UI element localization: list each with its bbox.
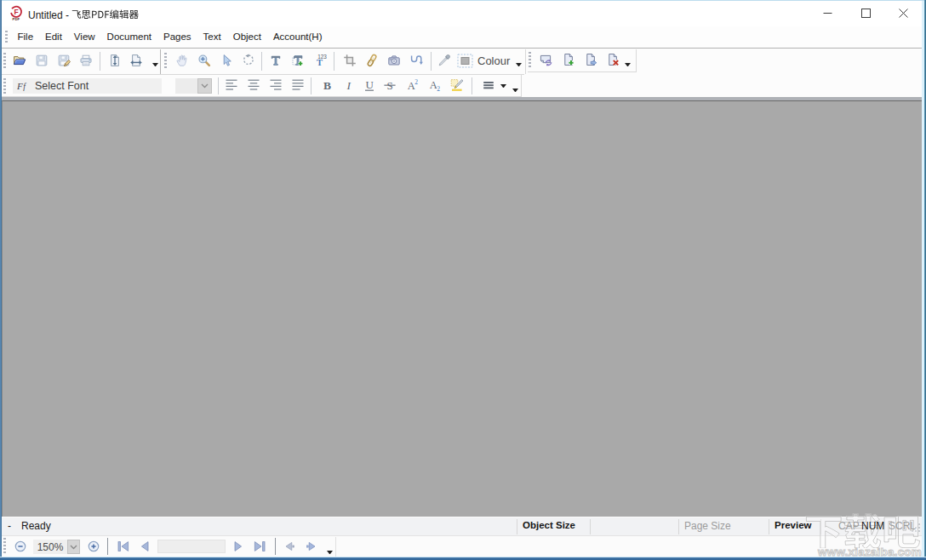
rotate-icon	[242, 54, 255, 67]
bold-button[interactable]: B	[317, 75, 337, 95]
zoom-dropdown-button[interactable]	[67, 540, 80, 554]
add-text-button[interactable]	[266, 50, 286, 71]
status-num-indicator: NUM	[861, 520, 884, 532]
pages-dropdown-button[interactable]	[622, 60, 632, 70]
menu-item-label: Text	[203, 31, 221, 42]
menu-item-text[interactable]: Text	[197, 26, 227, 48]
subscript-button[interactable]: A2	[425, 75, 445, 95]
status-object-size: Object Size	[523, 520, 575, 530]
maximize-button[interactable]	[847, 1, 885, 26]
fit-page-horizontal-icon	[129, 54, 143, 67]
menu-item-file[interactable]: File	[12, 26, 40, 48]
menu-item-label: Document	[107, 31, 151, 42]
snapshot-button[interactable]	[384, 50, 404, 71]
page-fit-dropdown-button[interactable]	[150, 60, 160, 70]
page-number-box[interactable]	[157, 540, 226, 553]
save-button[interactable]	[31, 50, 52, 71]
previous-view-button[interactable]	[283, 540, 296, 552]
zoom-in-button[interactable]	[88, 540, 100, 552]
rotate-tool-button[interactable]	[238, 50, 259, 71]
add-list-text-button[interactable]: 123 T	[310, 50, 330, 71]
last-page-icon	[253, 540, 266, 552]
print-button[interactable]	[76, 50, 96, 71]
combo-chevron-icon	[70, 545, 77, 550]
zoom-tool-button[interactable]	[194, 50, 214, 71]
toolbar-grip-handle[interactable]	[3, 538, 6, 555]
menubar-grip-handle[interactable]	[5, 31, 8, 44]
titlebar[interactable]: F PDF Untitled - 飞思PDF编辑器	[2, 1, 923, 26]
insert-page-button[interactable]	[558, 49, 579, 69]
menu-item-document[interactable]: Document	[101, 26, 157, 48]
colour-button[interactable]: Colour	[457, 50, 518, 71]
format-toolbar-overflow-button[interactable]	[510, 85, 520, 95]
font-size-combo[interactable]	[175, 78, 212, 94]
extract-page-button[interactable]	[580, 49, 601, 69]
previous-page-button[interactable]	[139, 540, 151, 552]
align-right-icon	[269, 77, 283, 93]
underline-button[interactable]: U	[359, 75, 380, 95]
align-justify-icon	[291, 77, 305, 93]
highlight-button[interactable]	[447, 75, 467, 95]
zoom-level-box[interactable]: 150%	[33, 540, 67, 554]
menu-item-view[interactable]: View	[68, 26, 101, 48]
add-text-box-button[interactable]	[288, 50, 308, 71]
select-tool-button[interactable]	[216, 50, 237, 71]
menu-item-object[interactable]: Object	[227, 26, 267, 48]
zoom-out-button[interactable]	[14, 540, 26, 552]
replace-pages-button[interactable]	[535, 49, 556, 69]
next-page-button[interactable]	[232, 540, 244, 552]
svg-text:PDF: PDF	[13, 17, 20, 20]
fit-page-vertical-button[interactable]	[105, 50, 125, 71]
toolbar-grip-handle[interactable]	[3, 53, 6, 70]
font-size-dropdown-button[interactable]	[197, 78, 212, 94]
insert-page-icon	[562, 53, 575, 66]
window-border[interactable]	[0, 0, 2, 560]
combo-chevron-icon	[201, 83, 209, 89]
italic-button[interactable]: I	[339, 75, 359, 95]
superscript-icon: A2	[406, 78, 420, 92]
colour-dropdown-button[interactable]	[513, 60, 523, 70]
save-as-button[interactable]	[54, 50, 74, 71]
last-page-button[interactable]	[253, 540, 266, 552]
menu-item-label: View	[74, 31, 95, 42]
bend-arrow-button[interactable]	[406, 50, 426, 71]
open-button[interactable]	[9, 50, 30, 71]
menu-item-label: File	[18, 31, 34, 42]
toolbar-grip-handle[interactable]	[164, 53, 167, 70]
app-logo: F PDF	[9, 5, 24, 20]
align-left-icon	[225, 77, 238, 93]
menu-item-pages[interactable]: Pages	[157, 26, 197, 48]
open-folder-icon	[13, 54, 26, 67]
menu-item-edit[interactable]: Edit	[39, 26, 68, 48]
fit-page-horizontal-button[interactable]	[126, 50, 146, 71]
close-button[interactable]	[884, 1, 923, 26]
hand-tool-button[interactable]	[172, 50, 192, 71]
minimize-button[interactable]	[809, 1, 847, 26]
font-family-value: Select Font	[35, 80, 89, 92]
window-title-app-name-glyphs	[71, 8, 140, 21]
document-canvas[interactable]	[2, 100, 922, 517]
strikethrough-button[interactable]: S	[380, 75, 400, 95]
delete-page-button[interactable]	[603, 49, 623, 69]
align-center-icon	[247, 77, 260, 93]
zoom-out-icon	[14, 540, 26, 552]
snapshot-icon	[387, 54, 401, 67]
next-view-button[interactable]	[305, 540, 318, 552]
align-left-button[interactable]	[221, 75, 242, 95]
delete-page-icon	[606, 53, 620, 66]
statusbar-separator	[820, 519, 821, 534]
line-style-button[interactable]	[478, 75, 499, 95]
align-center-button[interactable]	[243, 75, 264, 95]
link-button[interactable]	[362, 50, 382, 71]
line-style-dropdown-button[interactable]	[498, 81, 508, 91]
first-page-button[interactable]	[117, 540, 130, 552]
eyedropper-button[interactable]	[434, 50, 454, 71]
font-family-combo[interactable]: Ff Select Font	[13, 78, 162, 94]
menu-item-account[interactable]: Account(H)	[267, 26, 329, 48]
superscript-button[interactable]: A2	[403, 75, 423, 95]
align-justify-button[interactable]	[288, 75, 308, 95]
crop-button[interactable]	[340, 50, 360, 71]
toolbar-grip-handle[interactable]	[529, 52, 531, 68]
align-right-button[interactable]	[266, 75, 286, 95]
toolbar-grip-handle[interactable]	[3, 78, 6, 94]
